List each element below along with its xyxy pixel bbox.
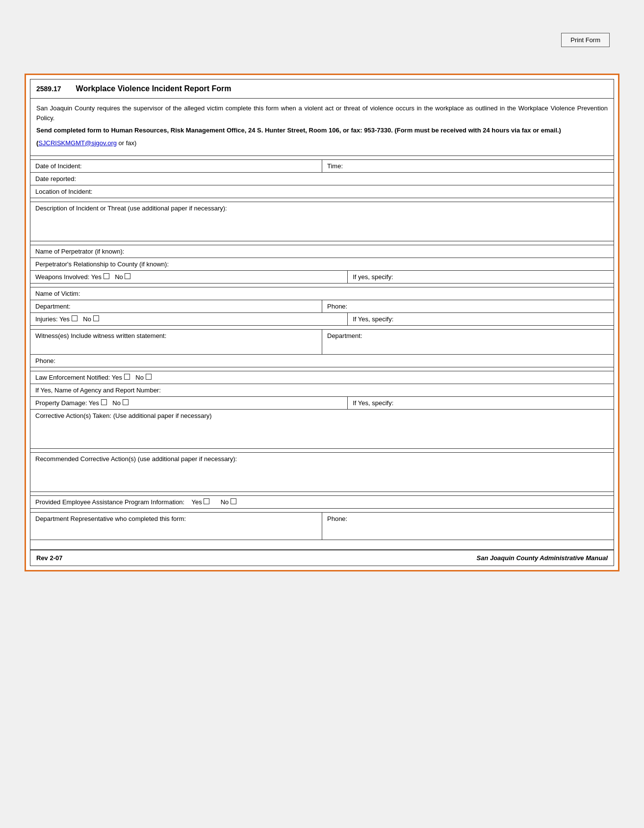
dept-cell: Department:	[30, 300, 322, 312]
dept-rep-label: Department Representative who completed …	[35, 515, 186, 522]
weapons-row: Weapons Involved: Yes No If yes, specify…	[30, 271, 614, 284]
witness-dept-label: Department:	[327, 332, 362, 339]
property-damage-no-checkbox-group	[123, 399, 129, 405]
spacer-8	[30, 492, 614, 496]
phone-cell: Phone:	[322, 300, 614, 312]
weapons-label: Weapons Involved: Yes	[35, 273, 102, 281]
location-row: Location of Incident:	[30, 185, 614, 198]
form-inner: 2589.17 Workplace Violence Incident Repo…	[30, 79, 614, 566]
witness-cell: Witness(es) Include witness written stat…	[30, 330, 322, 354]
property-damage-label: Property Damage: Yes	[35, 399, 99, 407]
property-damage-no-label: No	[112, 399, 121, 407]
dept-phone-row: Department: Phone:	[30, 300, 614, 313]
spacer-1	[30, 156, 614, 160]
law-enforcement-no-checkbox-group	[146, 374, 152, 380]
law-enforcement-row: Law Enforcement Notified: Yes No	[30, 371, 614, 384]
law-enforcement-no-checkbox[interactable]	[146, 374, 152, 380]
weapons-specify-label: If yes, specify:	[353, 273, 393, 281]
property-damage-left-cell: Property Damage: Yes No	[30, 397, 348, 409]
employee-assistance-no-text: No	[221, 498, 229, 506]
weapons-no-label: No	[115, 273, 123, 281]
agency-row: If Yes, Name of Agency and Report Number…	[30, 384, 614, 397]
form-title: Workplace Violence Incident Report Form	[76, 84, 232, 93]
perpetrator-name-label: Name of Perpetrator (if known):	[35, 248, 124, 255]
date-time-row: Date of Incident: Time:	[30, 160, 614, 173]
injuries-specify-label: If Yes, specify:	[353, 315, 393, 323]
dept-rep-phone-cell: Phone:	[322, 513, 614, 540]
employee-assistance-yes-text: Yes	[191, 498, 202, 506]
spacer-3	[30, 241, 614, 245]
weapons-no-checkbox-group	[125, 273, 130, 279]
weapons-no-checkbox[interactable]	[125, 273, 130, 279]
witness-phone-label: Phone:	[35, 357, 55, 364]
form-title-row: 2589.17 Workplace Violence Incident Repo…	[30, 79, 614, 99]
form-footer: Rev 2-07 San Joaquin County Administrati…	[30, 550, 614, 566]
footer-rev: Rev 2-07	[36, 554, 62, 562]
law-enforcement-yes-checkbox[interactable]	[124, 374, 130, 380]
corrective-action-row: Corrective Action(s) Taken: (Use additio…	[30, 410, 614, 449]
send-instructions: Send completed form to Human Resources, …	[36, 127, 561, 134]
property-damage-specify-label: If Yes, specify:	[353, 399, 393, 407]
perpetrator-relationship-label: Perpetrator's Relationship to County (if…	[35, 260, 169, 268]
location-label: Location of Incident:	[35, 188, 92, 195]
spacer-6	[30, 367, 614, 371]
witness-phone-row: Phone:	[30, 355, 614, 367]
corrective-action-label: Corrective Action(s) Taken: (Use additio…	[35, 412, 212, 419]
spacer-7	[30, 449, 614, 453]
description-label: Description of Incident or Threat (use a…	[35, 205, 227, 212]
injuries-no-checkbox[interactable]	[93, 315, 99, 321]
witness-dept-cell: Department:	[322, 330, 614, 354]
spacer-10	[30, 540, 614, 550]
fields-section: Date of Incident: Time: Date reported: L…	[30, 156, 614, 550]
law-enforcement-no-label: No	[135, 374, 144, 381]
employee-assistance-no-checkbox[interactable]	[231, 498, 236, 504]
date-of-incident-label: Date of Incident:	[35, 162, 82, 170]
law-enforcement-yes-checkbox-group	[124, 374, 130, 380]
date-of-incident-cell: Date of Incident:	[30, 160, 322, 172]
intro-section: San Joaquin County requires the supervis…	[30, 99, 614, 156]
intro-paragraph: San Joaquin County requires the supervis…	[36, 104, 608, 123]
property-damage-yes-checkbox-group	[101, 399, 107, 405]
property-damage-specify-cell: If Yes, specify:	[348, 397, 614, 409]
date-reported-label: Date reported:	[35, 175, 76, 182]
employee-assistance-yes-checkbox-group	[204, 498, 209, 504]
injuries-left-cell: Injuries: Yes No	[30, 313, 348, 325]
weapons-specify-cell: If yes, specify:	[348, 271, 614, 283]
dept-rep-cell: Department Representative who completed …	[30, 513, 322, 540]
form-container: 2589.17 Workplace Violence Incident Repo…	[25, 74, 619, 571]
description-row: Description of Incident or Threat (use a…	[30, 202, 614, 241]
victim-name-label: Name of Victim:	[35, 290, 80, 297]
property-damage-row: Property Damage: Yes No If Yes, specify:	[30, 397, 614, 410]
victim-name-row: Name of Victim:	[30, 287, 614, 300]
department-label: Department:	[35, 303, 71, 310]
employee-assistance-no-checkbox-group	[231, 498, 236, 504]
recommended-corrective-label: Recommended Corrective Action(s) (use ad…	[35, 455, 237, 463]
injuries-label: Injuries: Yes	[35, 315, 70, 323]
injuries-specify-cell: If Yes, specify:	[348, 313, 614, 325]
perpetrator-relationship-row: Perpetrator's Relationship to County (if…	[30, 258, 614, 271]
employee-assistance-yes-checkbox[interactable]	[204, 498, 209, 504]
spacer-5	[30, 326, 614, 330]
injuries-row: Injuries: Yes No If Yes, specify:	[30, 313, 614, 326]
weapons-yes-checkbox[interactable]	[103, 273, 109, 279]
employee-assistance-label: Provided Employee Assistance Program Inf…	[35, 498, 184, 506]
injuries-no-label: No	[83, 315, 91, 323]
recommended-corrective-row: Recommended Corrective Action(s) (use ad…	[30, 453, 614, 492]
email-suffix: or fax)	[117, 139, 136, 147]
dept-rep-row: Department Representative who completed …	[30, 513, 614, 540]
form-number: 2589.17	[36, 85, 61, 93]
spacer-2	[30, 198, 614, 202]
print-form-button[interactable]: Print Form	[561, 33, 610, 47]
weapons-yes-checkbox-group	[103, 273, 109, 279]
property-damage-yes-checkbox[interactable]	[101, 399, 107, 405]
property-damage-no-checkbox[interactable]	[123, 399, 129, 405]
witness-dept-row: Witness(es) Include witness written stat…	[30, 330, 614, 355]
dept-rep-phone-label: Phone:	[327, 515, 347, 522]
email-link[interactable]: SJCRISKMGMT@sjgov.org	[38, 139, 117, 147]
date-reported-row: Date reported:	[30, 173, 614, 185]
witness-label: Witness(es) Include witness written stat…	[35, 332, 166, 339]
time-label: Time:	[327, 162, 343, 170]
injuries-yes-checkbox[interactable]	[72, 315, 77, 321]
perpetrator-name-row: Name of Perpetrator (if known):	[30, 245, 614, 258]
agency-label: If Yes, Name of Agency and Report Number…	[35, 387, 161, 394]
